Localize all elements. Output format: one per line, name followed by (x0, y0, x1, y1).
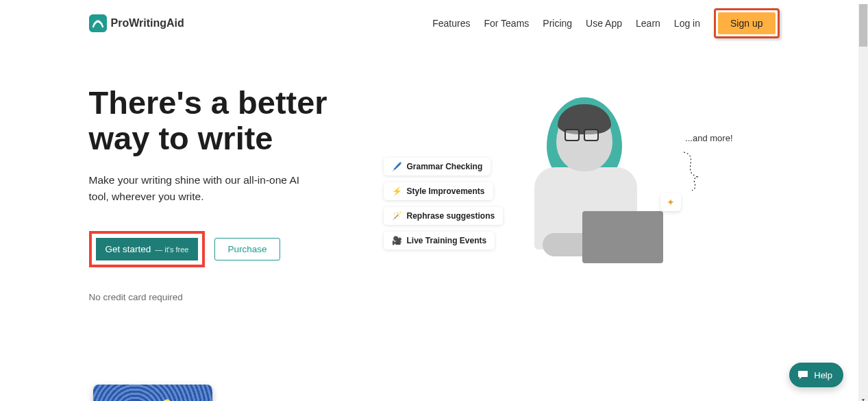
svg-rect-0 (89, 14, 107, 32)
nav-pricing[interactable]: Pricing (543, 18, 572, 29)
nav-for-teams[interactable]: For Teams (484, 18, 529, 29)
hero-left: There's a better way to write Make your … (89, 84, 384, 302)
nav: Features For Teams Pricing Use App Learn… (432, 8, 779, 38)
pill-style-improvements: ⚡ Style Improvements (384, 182, 493, 200)
person-illustration: ✦ ...and more! (486, 99, 678, 266)
sparkle-icon: ✦ (660, 193, 681, 211)
lightning-icon: ⚡ (392, 186, 401, 196)
laptop-icon (582, 211, 663, 263)
camera-icon: 🎥 (392, 236, 401, 245)
pill-label: Style Improvements (407, 186, 485, 196)
get-started-button[interactable]: Get started — it's free (96, 238, 199, 260)
scroll-down-icon[interactable]: ▾ (858, 396, 868, 401)
signup-button[interactable]: Sign up (718, 12, 775, 34)
get-started-highlight: Get started — it's free (89, 231, 206, 267)
section-2-copy: Do you feel like your writing lets you d… (322, 385, 780, 401)
cta-row: Get started — it's free Purchase (89, 231, 384, 267)
brand-name: ProWritingAid (111, 17, 184, 29)
and-more-text: ...and more! (685, 133, 732, 143)
hero-graphic: ✦ ...and more! 🖊️ Grammar Checking ⚡ Sty… (384, 84, 780, 302)
hero: There's a better way to write Make your … (89, 84, 780, 302)
chat-icon (797, 370, 808, 380)
arrow-curly-icon (680, 151, 708, 192)
brand[interactable]: ProWritingAid (89, 14, 184, 32)
nav-features[interactable]: Features (432, 18, 470, 29)
purchase-button[interactable]: Purchase (214, 238, 280, 260)
help-label: Help (814, 370, 832, 380)
pill-label: Rephrase suggestions (407, 211, 495, 221)
decor-blue-blob (719, 152, 788, 221)
art-stack (89, 385, 322, 401)
help-button[interactable]: Help (789, 363, 843, 387)
hero-title: There's a better way to write (89, 85, 384, 156)
scrollbar-thumb[interactable] (859, 4, 867, 47)
section-2: Do you feel like your writing lets you d… (89, 385, 780, 401)
no-credit-card-note: No credit card required (89, 292, 384, 302)
pill-label: Live Training Events (407, 236, 487, 245)
wand-icon: 🪄 (392, 211, 401, 221)
signup-highlight: Sign up (714, 8, 779, 38)
starry-night-image (93, 385, 212, 401)
hero-subtitle: Make your writing shine with our all-in-… (89, 172, 322, 205)
glasses-icon (565, 129, 604, 141)
pill-rephrase-suggestions: 🪄 Rephrase suggestions (384, 207, 504, 225)
get-started-hint: — it's free (155, 245, 188, 254)
header: ProWritingAid Features For Teams Pricing… (89, 4, 780, 42)
nav-learn[interactable]: Learn (636, 18, 660, 29)
get-started-label: Get started (106, 244, 151, 254)
vertical-scrollbar[interactable]: ▴ ▾ (858, 4, 868, 401)
nav-use-app[interactable]: Use App (586, 18, 622, 29)
pill-grammar-checking: 🖊️ Grammar Checking (384, 158, 491, 175)
feature-pills: 🖊️ Grammar Checking ⚡ Style Improvements… (384, 158, 504, 250)
nav-log-in[interactable]: Log in (674, 18, 700, 29)
brand-logo-icon (89, 14, 107, 32)
pill-label: Grammar Checking (407, 162, 483, 171)
pill-live-training: 🎥 Live Training Events (384, 232, 495, 250)
pen-icon: 🖊️ (392, 162, 401, 171)
